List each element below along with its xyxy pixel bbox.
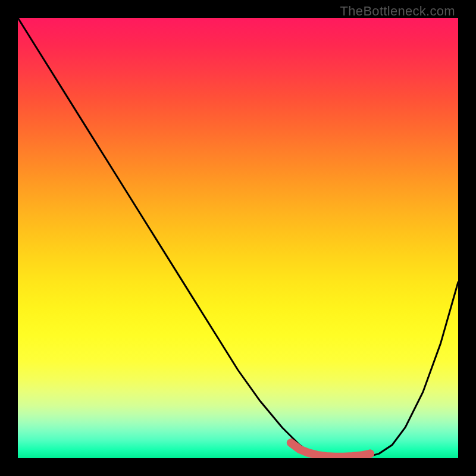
watermark-text: TheBottleneck.com [340, 4, 455, 19]
chart-container: TheBottleneck.com [0, 0, 476, 476]
curve-svg [18, 18, 458, 458]
plot-area [18, 18, 458, 458]
bottleneck-curve-path [18, 18, 458, 458]
optimal-zone-path [291, 443, 370, 457]
optimal-zone-end-dot [366, 450, 374, 458]
